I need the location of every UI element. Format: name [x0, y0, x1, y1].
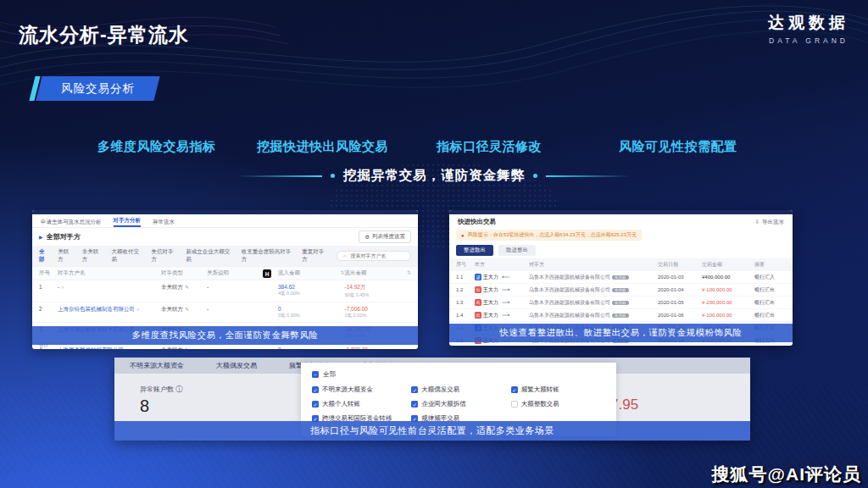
indicator-config-screenshot: 不明来源大额资金 大额偶发交易 频繁大额转账 大额整数交易 异常账户数 ⓘ 8 …: [114, 358, 750, 441]
edit-icon: ✎: [185, 347, 189, 349]
cp-tag: 非关联: [612, 301, 629, 305]
checked-checkbox: ✓: [411, 386, 418, 393]
list-dimension-settings-button[interactable]: ⚙ 列表维度设置: [359, 230, 411, 243]
search-icon: ⌕: [343, 253, 346, 259]
option-interfirm-lending[interactable]: ✓企业间大额拆借: [411, 400, 505, 408]
sort-icon[interactable]: ⇅: [407, 269, 411, 275]
option-frequent-transfer[interactable]: ✓频繁大额转账: [511, 385, 605, 394]
toggle-whole-in-scatter-out[interactable]: 整进散出: [456, 245, 493, 256]
fast-in-out-screenshot: 快进快出交易 ⇩ 导出流水 ● 风险提示：存在53笔快进快出，总流入额634.2…: [449, 210, 793, 346]
table-row[interactable]: 2 上海奈特包装机械制造有限公司⌕ 非关联方✎ - 00笔 0.00% -7,0…: [32, 302, 418, 323]
col-name: 对手方户名: [58, 269, 161, 277]
bottom-caption: 指标口径与风险可见性前台灵活配置，适配多类业务场景: [114, 421, 750, 441]
abnormal-account-stat: 异常账户数 ⓘ 8: [140, 385, 182, 416]
export-flow-button[interactable]: ⇩ 导出流水: [755, 219, 784, 226]
left-caption: 多维度查找风险交易，全面谨防资金舞弊风险: [32, 326, 418, 345]
info-icon: ⓘ: [175, 385, 182, 393]
tab-overview[interactable]: 申请主体与流水总况分析: [41, 219, 102, 226]
col-outflow: 流出金额⇅: [345, 269, 412, 277]
feature-3: 指标口径灵活修改: [437, 139, 542, 155]
filter-related[interactable]: 关联方: [58, 248, 73, 263]
inflow-badge: 进: [475, 274, 481, 280]
indeterminate-checkbox[interactable]: −: [312, 371, 319, 378]
filter-overlap[interactable]: 收支重合度较高对手方: [242, 248, 294, 263]
divider-line-right: [546, 175, 631, 177]
filter-dishonest[interactable]: 失信对手方: [151, 248, 177, 263]
option-occasional-large[interactable]: ✓大额偶发交易: [411, 385, 505, 394]
abnormal-account-value: 8: [140, 396, 182, 416]
edit-icon: ✎: [185, 285, 189, 290]
filter-large-payment[interactable]: 大额收付交易: [111, 248, 142, 263]
watermark: 搜狐号@AI评论员: [712, 463, 861, 486]
page-title: 流水分析-异常流水: [19, 22, 189, 48]
unchecked-checkbox: ✓: [511, 401, 518, 408]
tab-unknown-funds[interactable]: 不明来源大额资金: [130, 361, 184, 370]
checked-checkbox: ✓: [511, 386, 518, 393]
search-icon: ⌕: [61, 285, 64, 290]
center-text: 挖掘异常交易，谨防资金舞弊: [343, 167, 526, 185]
table-row[interactable]: 1.3 出王大力⟶ 乌鲁木齐西路能源机械设备有限公司非关联 2020-01-05…: [449, 297, 793, 309]
alert-dot-icon: ●: [461, 233, 465, 238]
risk-warning-text: 风险提示：存在53笔快进快出，总流入额634.23万元，总流出额625.23万元: [468, 231, 637, 239]
table-row[interactable]: 1.4 出王大力⟶ 乌鲁木齐西路能源机械设备有限公司非关联 2020-01-06…: [449, 309, 793, 322]
cp-name-link[interactable]: 上海奈特包装机械制造有限公司: [58, 306, 135, 312]
tab-occasional-large[interactable]: 大额偶发交易: [216, 361, 257, 370]
filter-all[interactable]: 全部: [39, 248, 49, 263]
filter-new-company[interactable]: 新成立企业大额交易: [186, 248, 232, 263]
feature-4: 风险可见性按需配置: [619, 139, 737, 155]
section-title: 全部对手方: [47, 232, 81, 241]
h-key-overlay-icon: H: [263, 269, 271, 278]
brand-logo: 达观数据 DATA GRAND: [768, 12, 849, 45]
section-row: ▶ 全部对手方 ⚙ 列表维度设置: [32, 228, 418, 246]
flow-arrow-icon: ⟶: [502, 312, 509, 319]
search-input[interactable]: [348, 252, 408, 259]
filter-chip-bar: 全部 关联方 非关联方 大额收付交易 失信对手方 新成立企业大额交易 收支重合度…: [32, 246, 418, 266]
gear-icon: ⚙: [364, 234, 370, 241]
feature-2: 挖掘快进快出风险交易: [257, 139, 388, 155]
option-personal-transfer[interactable]: ✓大额个人转账: [312, 400, 406, 408]
slide: 流水分析-异常流水 达观数据 DATA GRAND 风险交易分析 多维度风险交易…: [0, 0, 868, 488]
cp-name-link[interactable]: 上海思克莱总材料有限公司: [58, 347, 124, 349]
caret-right-icon[interactable]: ▶: [39, 234, 43, 240]
filter-nonrelated[interactable]: 非关联方: [82, 248, 103, 263]
col-inflow: 流入金额⇅: [278, 269, 345, 277]
cp-tag: 非关联: [612, 313, 629, 318]
section-tag: 风险交易分析: [36, 76, 159, 101]
table-header: 序号 对手方户名 对手类型 关系说明 流入金额⇅ 流出金额⇅: [32, 266, 418, 280]
cp-tag: 非关联: [612, 288, 629, 292]
background-waves: [0, 0, 868, 136]
settings-button-label: 列表维度设置: [372, 233, 405, 241]
table-row[interactable]: 1 -⌕ 非关联方✎ - 384.624笔 0.00% -14.92万50笔 0…: [32, 280, 418, 302]
search-icon: ⌕: [125, 347, 128, 349]
tab-counterparty[interactable]: 对手方分析: [114, 217, 142, 227]
option-all[interactable]: − 全部: [312, 370, 605, 379]
risk-warning-banner: ● 风险提示：存在53笔快进快出，总流入额634.23万元，总流出额625.23…: [456, 230, 642, 241]
filter-duplicate[interactable]: 重复对手方: [302, 248, 328, 263]
counterparty-search[interactable]: ⌕: [337, 251, 411, 261]
outflow-badge: 出: [475, 299, 481, 306]
divider-dot-right: [533, 174, 537, 178]
search-icon: ⌕: [136, 307, 139, 312]
cp-tag: 非关联: [612, 275, 629, 280]
table-row[interactable]: 1.2 出王大力⟶ 乌鲁木齐西路能源机械设备有限公司非关联 2020-01-04…: [449, 284, 793, 297]
divider-dot-left: [331, 174, 335, 178]
flow-arrow-icon: ⟵: [502, 274, 509, 280]
flow-arrow-icon: ⟶: [502, 286, 509, 293]
table-header: 序号 本方 对手方 交易日期 交易金额 摘要: [449, 258, 793, 271]
panel-title: 快进快出交易: [458, 218, 496, 226]
right-caption: 快速查看整进散出、散进整出交易，谨防资金规模粉饰风险: [449, 324, 793, 342]
checked-checkbox: ✓: [411, 401, 418, 408]
divider-line-left: [237, 175, 322, 177]
option-round-number[interactable]: ✓大额整数交易: [511, 400, 605, 408]
section-tag-label: 风险交易分析: [61, 81, 135, 97]
brand-logo-en: DATA GRAND: [768, 36, 849, 45]
tab-abnormal-flow[interactable]: 异常流水: [153, 219, 175, 226]
download-icon: ⇩: [755, 219, 760, 225]
checked-checkbox: ✓: [312, 386, 319, 393]
toggle-scatter-in-whole-out[interactable]: 散进整出: [498, 245, 536, 256]
cp-name: -: [58, 284, 59, 290]
option-unknown-funds[interactable]: ✓不明来源大额资金: [312, 385, 406, 394]
table-row[interactable]: 1.1 进王大力⟵ 乌鲁木齐西路能源机械设备有限公司非关联 2020-01-03…: [449, 271, 793, 284]
checked-checkbox: ✓: [312, 401, 319, 408]
feature-1: 多维度风险交易指标: [97, 139, 216, 155]
